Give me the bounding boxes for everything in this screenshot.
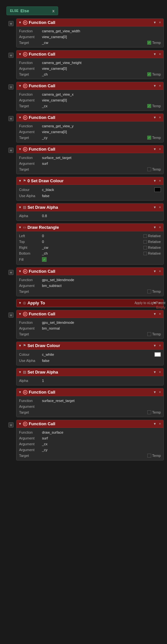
block-header-dr1[interactable]: ▼ ▭ Draw Rectangle ▼ × — [16, 224, 163, 231]
close-btn-fc4[interactable]: × — [158, 116, 162, 119]
temp-check-fc1[interactable] — [147, 41, 151, 45]
fill-check-dr1[interactable] — [42, 257, 47, 262]
block-header-fc1[interactable]: ▼ Function Call ▼ × — [16, 19, 163, 26]
block-header-sdc1[interactable]: ▼ ⚑ 0 Set Draw Colour ▼ × — [16, 177, 163, 185]
add-btn-fc4[interactable]: + — [8, 116, 14, 121]
dropdown-btn-fc4[interactable]: ▼ — [152, 116, 157, 119]
block-header-sda2[interactable]: ▼ ▨ Set Draw Alpha ▼ × — [16, 368, 163, 376]
block-header-fc6[interactable]: ▼ Function Call ▼ × — [16, 268, 163, 275]
circle-icon-fc5 — [23, 147, 27, 152]
else-close-btn[interactable]: x — [52, 8, 55, 13]
field-row-fc5-1: Argument surf — [19, 161, 161, 166]
block-body-fc7: Function gpu_set_blendmode Argument bm_n… — [16, 318, 163, 339]
minus-btn-fc9-3[interactable]: − — [16, 447, 16, 452]
add-btn-fc2[interactable]: + — [8, 53, 14, 58]
dropdown-btn-fc7[interactable]: ▼ — [152, 312, 157, 316]
temp-check-fc5[interactable] — [147, 167, 151, 171]
temp-label-fc4: Temp — [152, 136, 161, 140]
dropdown-btn-fc1[interactable]: ▼ — [152, 21, 157, 24]
close-btn-fc7[interactable]: × — [158, 312, 162, 316]
block-header-fc9[interactable]: ▼ Function Call ▼ × — [16, 420, 163, 428]
field-value-fc3-1: view_camera[0] — [42, 98, 161, 102]
field-row-fc5-0: Function surface_set_target — [19, 155, 161, 161]
dropdown-btn-fc2[interactable]: ▼ — [152, 52, 157, 56]
else-block[interactable]: ELSE Else x — [6, 6, 58, 15]
close-btn-sda2[interactable]: × — [158, 370, 162, 374]
block-title-at1: Apply To — [27, 301, 151, 305]
dropdown-btn-fc9[interactable]: ▼ — [152, 422, 157, 426]
temp-check-fc3[interactable] — [147, 104, 151, 108]
field-label-fc9-1: Argument — [19, 436, 40, 440]
field-value-fc4-0: camera_get_view_y — [42, 124, 161, 128]
add-btn-fc3[interactable]: + — [8, 84, 14, 90]
field-label-fc4-2: Target — [19, 136, 40, 140]
image-icon-sda1: ▨ — [23, 205, 26, 209]
block-header-fc4[interactable]: ▼ Function Call ▼ × — [16, 114, 163, 121]
field-row-fc3-0: Function camera_get_view_x — [19, 91, 161, 97]
block-header-sdc2[interactable]: ▼ ⚑ Set Draw Colour ▼ × — [16, 342, 163, 350]
close-btn-fc8[interactable]: × — [158, 390, 162, 394]
minus-btn-fc9-2[interactable]: − — [16, 441, 16, 447]
field-label-sda2-0: Alpha — [19, 379, 40, 383]
block-header-fc5[interactable]: ▼ Function Call ▼ × — [16, 145, 163, 153]
circle-icon-fc8 — [23, 390, 27, 395]
triangle-icon-fc9: ▼ — [18, 422, 22, 426]
temp-check-fc2[interactable] — [147, 72, 151, 76]
dropdown-btn-sda2[interactable]: ▼ — [152, 370, 157, 374]
dropdown-btn-sdc2[interactable]: ▼ — [152, 344, 157, 347]
close-btn-fc1[interactable]: × — [158, 21, 162, 24]
block-body-sdc1: Colour c_black Use Alpha false — [16, 185, 163, 200]
field-label-fc8-2: Target — [19, 410, 40, 414]
temp-check-fc6[interactable] — [147, 290, 151, 293]
close-btn-sdc2[interactable]: × — [158, 344, 162, 347]
block-wrapper-fc9: + ▼ Function Call ▼ × Function draw_surf… — [16, 420, 164, 460]
dropdown-btn-fc5[interactable]: ▼ — [152, 147, 157, 151]
dropdown-btn-fc6[interactable]: ▼ — [152, 269, 157, 273]
add-btn-fc6[interactable]: + — [8, 270, 14, 275]
dropdown-btn-sda1[interactable]: ▼ — [152, 206, 157, 209]
temp-check-fc8[interactable] — [147, 410, 151, 414]
temp-check-fc9[interactable] — [147, 454, 151, 458]
field-row-fc7-2: Target Temp — [19, 331, 161, 337]
dropdown-btn-fc8[interactable]: ▼ — [152, 390, 157, 394]
close-btn-fc3[interactable]: × — [158, 84, 162, 88]
add-btn-fc7[interactable]: + — [8, 312, 14, 318]
block-header-fc7[interactable]: ▼ Function Call ▼ × — [16, 310, 163, 318]
temp-check-fc4[interactable] — [147, 136, 151, 140]
close-btn-fc5[interactable]: × — [158, 147, 162, 151]
block-header-fc8[interactable]: ▼ Function Call ▼ × — [16, 388, 163, 396]
field-label-dr1-3: Bottom — [19, 251, 40, 255]
close-btn-fc2[interactable]: × — [158, 52, 162, 56]
close-btn-dr1[interactable]: × — [158, 226, 162, 229]
circle-icon-fc2 — [23, 52, 27, 57]
temp-check-fc7[interactable] — [147, 332, 151, 336]
relative-check-dr1-2[interactable] — [143, 246, 147, 249]
header-actions-fc3: ▼ × — [152, 84, 162, 88]
field-label-sdc2-0: Colour — [19, 353, 40, 356]
dropdown-btn-sdc1[interactable]: ▼ — [152, 179, 157, 183]
block-header-fc3[interactable]: ▼ Function Call ▼ × — [16, 82, 163, 90]
block-body-sda2: Alpha 1 — [16, 376, 163, 385]
close-btn-fc9[interactable]: × — [158, 422, 162, 426]
close-btn-sdc1[interactable]: × — [158, 179, 162, 183]
field-value-fc7-0: gpu_set_blendmode — [42, 321, 161, 324]
dropdown-btn-dr1[interactable]: ▼ — [152, 226, 157, 229]
block-header-fc2[interactable]: ▼ Function Call ▼ × — [16, 50, 163, 58]
dropdown-btn-fc3[interactable]: ▼ — [152, 84, 157, 88]
block-title-sdc1: 0 Set Draw Colour — [27, 178, 151, 183]
relative-check-dr1-3[interactable] — [143, 252, 147, 255]
relative-check-dr1-0[interactable] — [143, 234, 147, 238]
field-row-sdc2-0: Colour c_white — [19, 351, 161, 358]
field-row-fc1-1: Argument view_camera[0] — [19, 34, 161, 40]
field-row-fc7-0: Function gpu_set_blendmode — [19, 320, 161, 325]
field-label-fc6-0: Function — [19, 278, 40, 282]
header-actions-dr1: ▼ × — [152, 226, 162, 229]
field-row-sda1-0: Alpha 0.8 — [19, 213, 161, 219]
close-btn-sda1[interactable]: × — [158, 206, 162, 209]
add-btn-fc1[interactable]: + — [8, 21, 14, 26]
relative-check-dr1-1[interactable] — [143, 240, 147, 244]
close-btn-fc6[interactable]: × — [158, 269, 162, 273]
add-btn-fc9[interactable]: + — [8, 422, 14, 428]
block-header-sda1[interactable]: ▼ ▨ Set Draw Alpha ▼ × — [16, 204, 163, 211]
add-btn-fc5[interactable]: + — [8, 148, 14, 153]
